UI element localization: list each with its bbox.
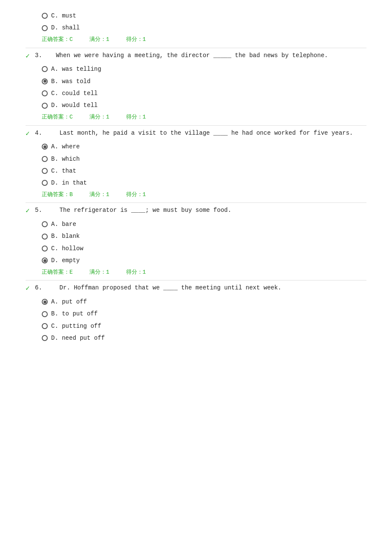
radio-q3-c[interactable] (42, 90, 48, 96)
option-row-q4-d: D. in that (42, 178, 366, 188)
divider-q4 (26, 125, 366, 126)
option-label-q3-d: D. would tell (51, 101, 98, 110)
check-icon-q3: ✓ (26, 51, 33, 62)
question-text-q5: The refrigerator is ____; we must buy so… (45, 205, 231, 215)
option-row-q3-b: B. was told (42, 77, 366, 86)
answer-q3: 正确答案：C 满分：1 得分：1 (42, 113, 366, 122)
radio-fill-q5-d (43, 259, 46, 262)
answer-q2: 正确答案：C 满分：1 得分：1 (42, 35, 366, 44)
radio-q6-a[interactable] (42, 299, 48, 305)
option-row-q3-c: C. could tell (42, 89, 366, 98)
option-label-q5-a: A. bare (51, 220, 76, 229)
option-label-c-must: C. must (51, 11, 76, 20)
question-text-q4: Last month, he paid a visit to the villa… (45, 128, 353, 138)
radio-q5-b[interactable] (42, 234, 48, 240)
option-label-q5-b: B. blank (51, 231, 80, 241)
question-3: ✓ 3. When we were having a meeting, the … (26, 51, 366, 122)
question-num-q4: 4. (35, 128, 45, 138)
radio-d-shall[interactable] (42, 25, 48, 31)
option-row-q4-b: B. which (42, 154, 366, 164)
question-5: ✓ 5. The refrigerator is ____; we must b… (26, 205, 366, 277)
correct-label-q4: 正确答案：B 满分：1 得分：1 (42, 191, 146, 198)
option-row-q4-a: A. where (42, 142, 366, 151)
option-row-q6-a: A. put off (42, 297, 366, 306)
option-label-q3-b: B. was told (51, 77, 90, 86)
option-row-d-shall: D. shall (42, 23, 366, 32)
radio-q3-a[interactable] (42, 66, 48, 72)
divider-q5 (26, 202, 366, 203)
option-label-q6-c: C. putting off (51, 321, 101, 331)
option-row-q3-a: A. was telling (42, 64, 366, 74)
check-icon-q6: ✓ (26, 283, 33, 295)
divider-q6 (26, 280, 366, 280)
radio-q4-b[interactable] (42, 156, 48, 162)
radio-q5-a[interactable] (42, 221, 48, 227)
option-label-q4-c: C. that (51, 166, 76, 176)
radio-q4-d[interactable] (42, 180, 48, 186)
option-row-q4-c: C. that (42, 166, 366, 176)
correct-label-q3: 正确答案：C 满分：1 得分：1 (42, 114, 146, 120)
radio-fill-q3-b (43, 80, 46, 83)
option-label-q3-a: A. was telling (51, 64, 101, 74)
option-label-q6-a: A. put off (51, 297, 87, 306)
correct-label-q2: 正确答案：C 满分：1 得分：1 (42, 36, 146, 43)
question-4: ✓ 4. Last month, he paid a visit to the … (26, 128, 366, 199)
question-num-q6: 6. (35, 283, 45, 292)
radio-q4-a[interactable] (42, 144, 48, 150)
option-row-q6-b: B. to put off (42, 309, 366, 318)
question-6: ✓ 6. Dr. Hoffman proposed that we ____ t… (26, 283, 366, 343)
option-label-q5-c: C. hollow (51, 244, 84, 253)
question-num-q5: 5. (35, 205, 45, 215)
radio-q3-b[interactable] (42, 78, 48, 84)
option-row-q5-b: B. blank (42, 231, 366, 241)
question-text-q3: When we were having a meeting, the direc… (45, 51, 328, 60)
check-icon-q5: ✓ (26, 206, 33, 217)
option-label-q4-d: D. in that (51, 178, 87, 188)
option-row-q5-d: D. empty (42, 256, 366, 265)
option-row-q5-c: C. hollow (42, 244, 366, 253)
option-label-q5-d: D. empty (51, 256, 80, 265)
radio-c-must[interactable] (42, 13, 48, 19)
option-row-c-must: C. must (42, 11, 366, 20)
question-num-q3: 3. (35, 51, 45, 60)
question-text-q6: Dr. Hoffman proposed that we ____ the me… (45, 283, 282, 292)
radio-q3-d[interactable] (42, 103, 48, 109)
check-icon-q4: ✓ (26, 129, 33, 140)
answer-q5: 正确答案：E 满分：1 得分：1 (42, 268, 366, 277)
radio-q5-d[interactable] (42, 257, 48, 263)
radio-fill-q6-a (43, 301, 46, 304)
option-row-q6-d: D. need put off (42, 333, 366, 343)
option-label-q6-d: D. need put off (51, 333, 105, 343)
quiz-container: C. must D. shall 正确答案：C 满分：1 得分：1 ✓ 3. W… (26, 11, 366, 343)
answer-q4: 正确答案：B 满分：1 得分：1 (42, 191, 366, 199)
option-row-q6-c: C. putting off (42, 321, 366, 331)
option-label-q4-b: B. which (51, 154, 80, 164)
divider-q3 (26, 48, 366, 48)
option-row-q3-d: D. would tell (42, 101, 366, 110)
option-row-q5-a: A. bare (42, 220, 366, 229)
radio-q5-c[interactable] (42, 246, 48, 251)
option-label-q6-b: B. to put off (51, 309, 98, 318)
option-label-q3-c: C. could tell (51, 89, 98, 98)
option-label-d-shall: D. shall (51, 23, 80, 32)
radio-q6-b[interactable] (42, 311, 48, 317)
radio-q6-d[interactable] (42, 335, 48, 341)
correct-label-q5: 正确答案：E 满分：1 得分：1 (42, 269, 146, 275)
radio-q6-c[interactable] (42, 323, 48, 329)
radio-q4-c[interactable] (42, 168, 48, 174)
option-label-q4-a: A. where (51, 142, 80, 151)
radio-fill-q4-a (43, 145, 46, 148)
